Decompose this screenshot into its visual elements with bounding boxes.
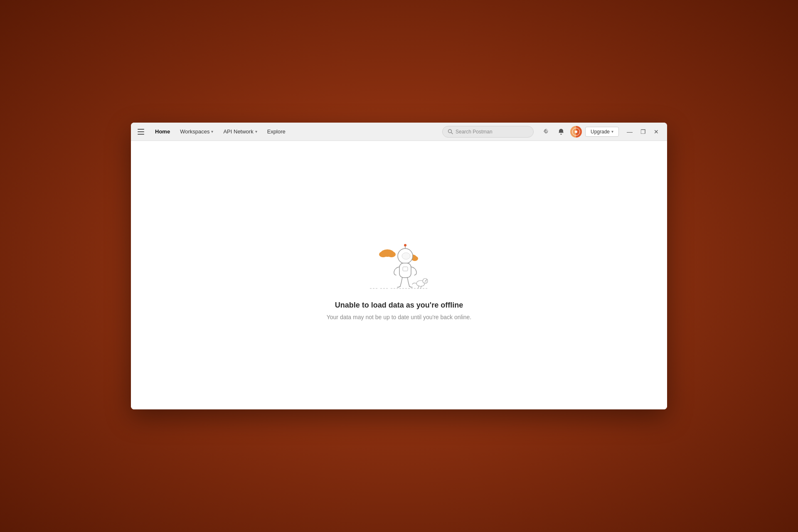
nav-api-network[interactable]: API Network ▾ (219, 127, 261, 136)
user-avatar[interactable] (570, 126, 582, 138)
svg-point-8 (379, 251, 387, 257)
gear-icon (543, 128, 549, 135)
svg-point-9 (387, 251, 396, 257)
nav-items: Home Workspaces ▾ API Network ▾ Explore (151, 127, 439, 136)
upgrade-label: Upgrade (591, 129, 610, 135)
upgrade-button[interactable]: Upgrade ▾ (585, 127, 619, 137)
window-controls: — ❐ ✕ (624, 126, 662, 138)
restore-button[interactable]: ❐ (637, 126, 649, 138)
header-actions: Upgrade ▾ — ❐ ✕ (540, 126, 662, 138)
svg-point-16 (404, 244, 406, 246)
workspaces-chevron-icon: ▾ (211, 129, 213, 134)
nav-workspaces[interactable]: Workspaces ▾ (176, 127, 217, 136)
search-placeholder: Search Postman (456, 129, 493, 135)
api-network-chevron-icon: ▾ (255, 129, 257, 134)
notifications-button[interactable] (555, 126, 567, 138)
nav-explore[interactable]: Explore (263, 127, 290, 136)
svg-rect-17 (399, 263, 411, 278)
minimize-button[interactable]: — (624, 126, 635, 138)
offline-illustration (357, 230, 441, 301)
upgrade-chevron-icon: ▾ (611, 129, 613, 134)
svg-point-0 (448, 130, 451, 133)
bell-icon (558, 128, 564, 135)
svg-point-14 (402, 253, 410, 259)
search-icon (448, 129, 453, 134)
nav-home[interactable]: Home (151, 127, 174, 136)
menu-icon[interactable] (136, 126, 148, 138)
svg-point-3 (575, 131, 577, 133)
app-window: Home Workspaces ▾ API Network ▾ Explore … (131, 123, 667, 409)
titlebar: Home Workspaces ▾ API Network ▾ Explore … (131, 123, 667, 141)
postman-logo-icon (572, 128, 580, 136)
settings-button[interactable] (540, 126, 552, 138)
svg-line-1 (451, 133, 453, 134)
close-button[interactable]: ✕ (650, 126, 662, 138)
search-bar[interactable]: Search Postman (442, 126, 534, 138)
error-title: Unable to load data as you're offline (327, 301, 472, 310)
error-subtitle: Your data may not be up to date until yo… (327, 314, 472, 320)
main-content: Unable to load data as you're offline Yo… (131, 141, 667, 409)
offline-text: Unable to load data as you're offline Yo… (327, 301, 472, 320)
